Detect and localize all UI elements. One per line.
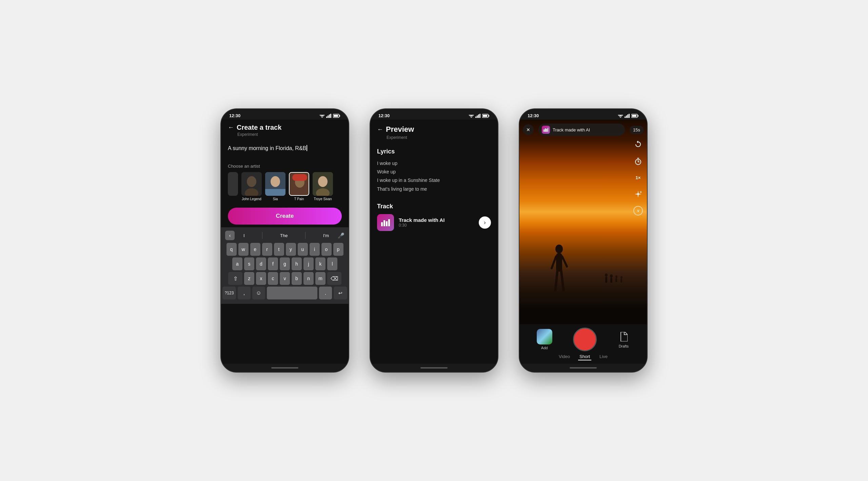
effects-control[interactable] — [632, 188, 644, 201]
key-t[interactable]: t — [274, 243, 284, 256]
record-button[interactable] — [573, 328, 597, 351]
track-title: Track — [377, 203, 491, 210]
prompt-input-area[interactable]: A sunny morning in Florida, R&B — [221, 140, 349, 157]
wifi-icon — [319, 114, 325, 118]
artist-item-sia[interactable]: Sia — [265, 172, 285, 201]
track-pill-label: Track made with AI — [553, 127, 622, 132]
key-l[interactable]: l — [327, 257, 337, 270]
key-c[interactable]: c — [268, 272, 278, 285]
artist-item-troye[interactable]: Troye Sivan — [313, 172, 333, 201]
key-x[interactable]: x — [256, 272, 266, 285]
key-a[interactable]: a — [232, 257, 242, 270]
back-nav[interactable]: ← Create a track — [228, 124, 342, 131]
track-pill[interactable]: Track made with AI — [538, 124, 625, 136]
key-r[interactable]: r — [262, 243, 272, 256]
svg-rect-35 — [388, 219, 390, 226]
svg-rect-31 — [489, 115, 489, 117]
track-card[interactable]: Track made with AI 0:30 › — [377, 214, 491, 231]
kb-back-btn[interactable]: ‹ — [225, 231, 235, 240]
speed-control[interactable]: 1× — [633, 172, 644, 183]
key-k[interactable]: k — [315, 257, 326, 270]
key-shift[interactable]: ⇧ — [228, 272, 242, 285]
track-name: Track made with AI — [399, 217, 474, 223]
keyboard-suggestions-bar: ‹ I The I'm 🎤 — [222, 229, 347, 243]
track-icon — [377, 214, 394, 231]
key-q[interactable]: q — [226, 243, 237, 256]
key-d[interactable]: d — [256, 257, 266, 270]
camera-controls-row: Add Drafts — [519, 328, 647, 351]
key-j[interactable]: j — [303, 257, 314, 270]
key-emoji-face[interactable]: ☺ — [252, 287, 265, 299]
preview-back-nav[interactable]: ← Preview — [377, 125, 491, 134]
svg-rect-39 — [625, 117, 626, 118]
create-track-screen: ← Create a track Experiment A sunny morn… — [221, 120, 349, 364]
camera-view-bg — [519, 120, 647, 324]
artist-name-troye: Troye Sivan — [314, 197, 332, 201]
sia-photo — [265, 172, 285, 196]
camera-bottom-bar: Add Drafts Video Short Live — [519, 324, 647, 364]
key-m[interactable]: m — [315, 272, 326, 285]
key-space[interactable] — [267, 287, 317, 299]
key-g[interactable]: g — [280, 257, 290, 270]
svg-rect-8 — [334, 115, 338, 117]
key-y[interactable]: y — [286, 243, 296, 256]
artist-item-john-legend[interactable]: John Legend — [241, 172, 262, 201]
key-dot[interactable]: . — [319, 287, 332, 299]
key-delete[interactable]: ⌫ — [327, 272, 341, 285]
kb-mic-icon[interactable]: 🎤 — [338, 232, 344, 239]
mode-tab-video[interactable]: Video — [557, 353, 571, 360]
key-h[interactable]: h — [292, 257, 302, 270]
add-label: Add — [541, 346, 548, 350]
timer-control[interactable] — [633, 156, 644, 167]
artist-item-tpain[interactable]: T Pain — [289, 172, 309, 201]
lyric-line-4: That's living large to me — [377, 185, 491, 193]
kb-suggestion-im[interactable]: I'm — [323, 233, 329, 238]
key-w[interactable]: w — [238, 243, 249, 256]
key-return[interactable]: ↩ — [334, 287, 347, 299]
key-o[interactable]: o — [321, 243, 332, 256]
status-icons-1 — [319, 114, 340, 118]
signal-icon — [326, 114, 332, 118]
keyboard-row-1: q w e r t y u i o p — [222, 243, 347, 256]
svg-rect-62 — [546, 129, 547, 132]
camera-right-controls: 1× ∨ — [632, 138, 644, 215]
svg-rect-55 — [610, 278, 612, 283]
add-button[interactable]: Add — [537, 329, 552, 350]
keyboard-row-3: ⇧ z x c v b n m ⌫ — [222, 272, 347, 285]
artist-photo-troye — [313, 172, 333, 196]
close-button[interactable]: ✕ — [523, 124, 534, 135]
text-cursor — [307, 145, 307, 151]
key-p[interactable]: p — [333, 243, 343, 256]
key-f[interactable]: f — [268, 257, 278, 270]
track-pill-icon — [542, 126, 550, 134]
kb-suggestion-i[interactable]: I — [243, 233, 245, 238]
key-e[interactable]: e — [250, 243, 260, 256]
svg-rect-57 — [615, 278, 617, 282]
key-emoji[interactable]: , — [238, 287, 251, 299]
create-button[interactable]: Create — [228, 208, 342, 225]
more-controls[interactable]: ∨ — [633, 206, 643, 215]
key-num[interactable]: ?123 — [222, 287, 236, 299]
key-n[interactable]: n — [303, 272, 314, 285]
key-z[interactable]: z — [244, 272, 254, 285]
key-s[interactable]: s — [244, 257, 254, 270]
key-v[interactable]: v — [280, 272, 290, 285]
artist-item-partial[interactable] — [228, 172, 238, 196]
rotate-control[interactable] — [632, 138, 644, 150]
key-b[interactable]: b — [292, 272, 302, 285]
kb-suggestion-the[interactable]: The — [280, 233, 288, 238]
track-play-arrow[interactable]: › — [479, 216, 491, 229]
svg-rect-42 — [629, 114, 630, 118]
drafts-button[interactable]: Drafts — [617, 331, 630, 348]
water-reflection — [519, 300, 647, 324]
key-u[interactable]: u — [298, 243, 308, 256]
mode-tab-short[interactable]: Short — [578, 353, 591, 360]
phone-create-track: 12:30 ← Create a track — [220, 108, 349, 373]
home-bar-2 — [420, 367, 448, 369]
lyrics-title: Lyrics — [377, 148, 491, 155]
svg-rect-60 — [544, 129, 545, 132]
status-bar-3: 12:30 — [519, 109, 647, 120]
mode-tab-live[interactable]: Live — [598, 353, 609, 360]
preview-content: ← Preview Experiment Lyrics I woke up Wo… — [370, 120, 498, 364]
key-i[interactable]: i — [310, 243, 320, 256]
